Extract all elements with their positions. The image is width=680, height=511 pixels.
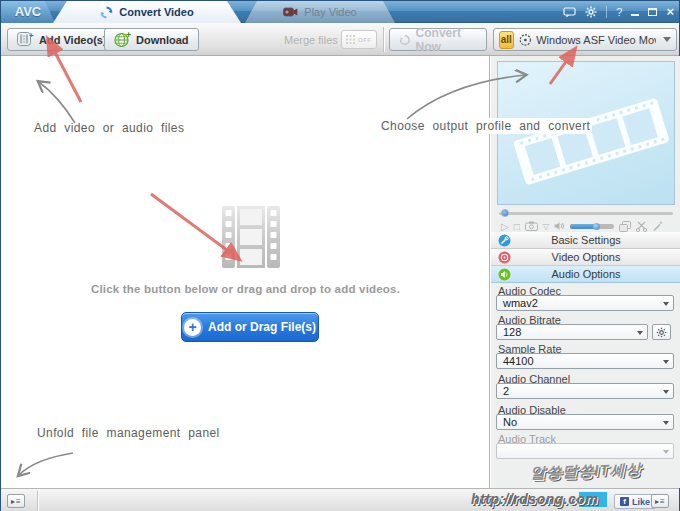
minimize-button[interactable] (631, 9, 639, 16)
section-video-options[interactable]: Video Options (491, 249, 680, 266)
audio-disable-select[interactable]: No (496, 414, 674, 430)
volume-slider[interactable] (570, 224, 614, 229)
download-button[interactable]: + Download (104, 28, 199, 51)
tab-play-video[interactable]: Play Video (245, 1, 395, 23)
merge-off-label: OFF (358, 37, 372, 43)
add-or-drag-files-button[interactable]: + Add or Drag File(s) (181, 312, 319, 342)
annotation-unfold-panel: Unfold file management panel (37, 426, 220, 440)
clip-icon[interactable] (619, 221, 631, 232)
convert-now-label: Convert Now (416, 26, 477, 54)
facebook-icon: f (620, 497, 629, 506)
toolbar: + Add Video(s) + Download Merge files OF… (1, 23, 679, 56)
tab-convert-video-label: Convert Video (119, 6, 193, 18)
snapshot-icon[interactable] (525, 221, 538, 231)
annotation-choose-profile: Choose output profile and convert (379, 118, 592, 134)
bitrate-settings-button[interactable] (652, 324, 671, 340)
watermark-url: http://rdsong.com (471, 491, 599, 507)
facebook-like-button[interactable]: f Like (614, 494, 656, 509)
audio-channel-select[interactable]: 2 (496, 383, 674, 399)
annotation-add-files: Add video or audio files (34, 121, 184, 135)
video-camera-icon (283, 7, 298, 17)
sync-icon (399, 33, 411, 47)
merge-files-toggle[interactable]: OFF (341, 30, 377, 49)
divider (606, 6, 607, 18)
app-window: AVC Convert Video Play Video (0, 0, 680, 511)
volume-knob[interactable] (593, 223, 600, 230)
like-label: Like (632, 497, 650, 507)
statusbar-divider (37, 491, 38, 511)
wrench-icon (498, 234, 511, 247)
convert-now-button[interactable]: Convert Now (389, 28, 487, 51)
grid-icon (345, 34, 356, 45)
close-button[interactable]: × (666, 7, 674, 17)
app-logo: AVC (1, 1, 55, 23)
window-controls: ? × (563, 1, 674, 23)
watermark-korean: 알쏭달쏭IT세상 (503, 459, 670, 484)
seek-groove (499, 212, 673, 215)
play-small-icon: ▸ (655, 497, 659, 506)
crop-scissors-icon[interactable] (636, 221, 647, 232)
section-basic-settings-label: Basic Settings (491, 234, 680, 246)
output-profile-dropdown[interactable]: all Windows ASF Video Movie (*... (493, 28, 677, 51)
audio-track-select (496, 443, 674, 459)
section-audio-options[interactable]: Audio Options (491, 266, 680, 283)
maximize-button[interactable] (648, 8, 657, 16)
tab-convert-video[interactable]: Convert Video (53, 1, 241, 23)
download-label: Download (136, 34, 189, 46)
play-small-icon: ▸ (11, 497, 15, 506)
profile-label: Windows ASF Video Movie (*... (536, 34, 656, 46)
section-video-options-label: Video Options (491, 251, 680, 263)
svg-text:+: + (126, 32, 131, 40)
unfold-output-panel-button[interactable]: ▸ ≡ (651, 494, 669, 508)
statusbar: ▸ ≡ http://rdsong.com f Like ▸ ≡ (1, 488, 679, 511)
add-videos-label: Add Video(s) (39, 34, 107, 46)
stop-icon[interactable]: □ (514, 221, 520, 232)
svg-text:+: + (29, 32, 34, 40)
globe-download-icon: + (114, 32, 131, 48)
film-strip-icon (220, 204, 282, 270)
gear-small-icon (656, 327, 667, 338)
film-plus-icon: + (17, 32, 34, 47)
seek-knob[interactable] (501, 209, 509, 217)
snapshot-menu-icon[interactable]: ▽ (543, 222, 549, 231)
volume-icon[interactable] (554, 221, 565, 231)
list-small-icon: ≡ (660, 497, 665, 506)
video-reel-icon (498, 251, 511, 264)
merge-files-label: Merge files (284, 34, 338, 46)
film-reel-icon (519, 32, 532, 48)
section-basic-settings[interactable]: Basic Settings (491, 232, 680, 249)
gear-icon[interactable] (585, 6, 597, 18)
add-videos-button[interactable]: + Add Video(s) (7, 28, 117, 51)
add-or-drag-files-label: Add or Drag File(s) (208, 320, 316, 334)
drop-hint-text: Click the button below or drag and drop … (1, 283, 490, 295)
titlebar: AVC Convert Video Play Video (1, 1, 679, 23)
play-icon[interactable]: ▷ (501, 221, 509, 232)
unfold-file-panel-button[interactable]: ▸ ≡ (7, 494, 25, 508)
list-small-icon: ≡ (16, 497, 21, 506)
plus-icon: + (184, 319, 201, 336)
sample-rate-select[interactable]: 44100 (496, 353, 674, 369)
sync-arrows-icon (100, 6, 113, 19)
toolbar-divider (383, 27, 384, 52)
help-button[interactable]: ? (616, 7, 622, 18)
audio-codec-select[interactable]: wmav2 (496, 295, 674, 311)
seek-bar[interactable] (499, 209, 673, 217)
audio-bitrate-select[interactable]: 128 (496, 324, 648, 340)
chevron-down-icon (663, 37, 671, 42)
speaker-icon (498, 268, 511, 281)
section-audio-options-label: Audio Options (491, 268, 680, 280)
all-profiles-badge[interactable]: all (499, 31, 514, 49)
feedback-icon[interactable] (563, 7, 576, 18)
tab-play-video-label: Play Video (304, 6, 356, 18)
options-sections: Basic Settings Video Options Audio Optio… (491, 232, 680, 283)
effects-wand-icon[interactable] (652, 221, 663, 232)
